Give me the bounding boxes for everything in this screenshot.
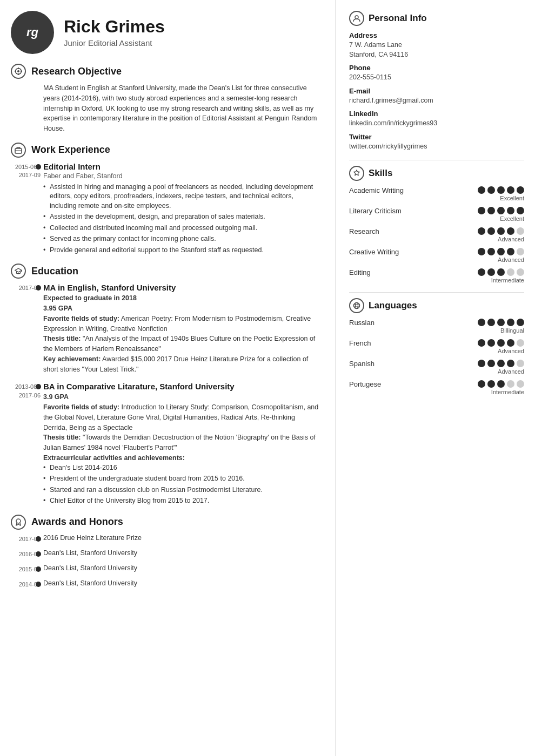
candidate-title: Junior Editorial Assistant <box>64 38 165 48</box>
dots-row <box>478 360 524 367</box>
dot <box>478 207 485 214</box>
lang-name-3: Portugese <box>349 380 381 388</box>
skill-name-0: Academic Writing <box>349 186 404 194</box>
job-company-0: Faber and Faber, Stanford <box>43 172 319 180</box>
dot <box>517 248 524 255</box>
skills-icon <box>349 166 364 181</box>
table-row: 2016-06 Dean's List, Stanford University <box>43 549 319 557</box>
dot <box>487 207 495 214</box>
work-experience-icon <box>11 143 26 158</box>
phone-label: Phone <box>349 64 524 72</box>
work-experience-title: Work Experience <box>31 144 110 156</box>
objective-icon <box>11 64 26 79</box>
list-item: Served as the primary contact for incomi… <box>43 234 319 244</box>
skill-rating-4: Intermediate <box>478 268 524 284</box>
timeline-dot <box>36 164 41 170</box>
list-item: Collected and distributed incoming mail … <box>43 224 319 233</box>
languages-section: Languages Russian Billingual <box>349 298 524 395</box>
dot <box>497 227 505 235</box>
dot <box>497 186 505 194</box>
table-row: 2017-09 MA in English, Stanford Universi… <box>43 283 319 374</box>
dot <box>507 207 514 214</box>
dot <box>478 268 485 276</box>
skill-name-2: Research <box>349 227 379 235</box>
languages-title: Languages <box>369 300 417 311</box>
candidate-name: Rick Grimes <box>64 17 165 36</box>
dots-row <box>478 227 524 235</box>
skills-header: Skills <box>349 166 524 181</box>
skill-level-0: Excellent <box>500 195 524 201</box>
dot <box>487 360 495 367</box>
list-item: Dean's List 2014-2016 <box>43 463 319 473</box>
timeline-dot <box>36 536 41 542</box>
education-header: Education <box>11 264 319 279</box>
skill-name-1: Literary Criticism <box>349 207 402 215</box>
dot <box>517 227 524 235</box>
lang-rating-2: Advanced <box>478 360 524 375</box>
right-column: Personal Info Address 7 W. Adams LaneSta… <box>335 0 535 756</box>
dot <box>517 360 524 367</box>
table-row: 2014-06 Dean's List, Stanford University <box>43 579 319 587</box>
dots-row <box>478 268 524 276</box>
education-section: Education 2017-09 MA in English, Stanfor… <box>11 264 319 505</box>
list-item: President of the undergraduate student b… <box>43 474 319 484</box>
dot <box>487 339 495 347</box>
divider <box>349 160 524 160</box>
edu-degree-0: MA in English, Stanford University <box>43 283 319 292</box>
skills-title: Skills <box>369 168 392 179</box>
work-experience-section: Work Experience 2015-06 - 2017-09 Editor… <box>11 143 319 255</box>
lang-level-2: Advanced <box>498 368 524 375</box>
header: rg Rick Grimes Junior Editorial Assistan… <box>11 11 319 54</box>
skill-item: Literary Criticism Excellent <box>349 207 524 222</box>
dot <box>478 227 485 235</box>
svg-point-10 <box>355 16 358 19</box>
dots-row <box>478 380 524 388</box>
address-value: 7 W. Adams LaneStanford, CA 94116 <box>349 40 524 59</box>
education-timeline: 2017-09 MA in English, Stanford Universi… <box>11 283 319 505</box>
language-item: Portugese Intermediate <box>349 380 524 395</box>
dot <box>507 319 514 326</box>
skill-level-3: Advanced <box>498 256 524 263</box>
dots-row <box>478 248 524 255</box>
dot <box>478 380 485 388</box>
lang-level-0: Billingual <box>500 327 524 334</box>
list-item: Chief Editor of the University Blog from… <box>43 496 319 506</box>
education-title: Education <box>31 266 78 277</box>
dot <box>507 380 514 388</box>
table-row: 2017-02 2016 Drue Heinz Literature Prize <box>43 534 319 542</box>
svg-point-1 <box>17 70 19 72</box>
dots-row <box>478 319 524 326</box>
address-label: Address <box>349 31 524 39</box>
skill-rating-3: Advanced <box>478 248 524 263</box>
dot <box>497 380 505 388</box>
table-row: 2015-06 Dean's List, Stanford University <box>43 564 319 572</box>
dot <box>497 360 505 367</box>
skill-item: Academic Writing Excellent <box>349 186 524 201</box>
work-timeline: 2015-06 - 2017-09 Editorial Intern Faber… <box>11 162 319 255</box>
languages-icon <box>349 298 364 313</box>
lang-name-0: Russian <box>349 319 374 327</box>
job-bullets-0: Assisted in hiring and managing a pool o… <box>43 183 319 255</box>
edu-degree-1: BA in Comparative Litarature, Stanford U… <box>43 382 319 391</box>
personal-info-section: Personal Info Address 7 W. Adams LaneSta… <box>349 11 524 151</box>
linkedin-value: linkedin.com/in/rickygrimes93 <box>349 119 524 129</box>
header-text: Rick Grimes Junior Editorial Assistant <box>64 17 165 48</box>
svg-point-12 <box>356 303 358 309</box>
work-experience-header: Work Experience <box>11 143 319 158</box>
skill-level-4: Intermediate <box>491 277 524 284</box>
dot <box>487 186 495 194</box>
dot <box>497 268 505 276</box>
objective-section: Research Objective MA Student in English… <box>11 64 319 134</box>
dot <box>517 186 524 194</box>
personal-info-icon <box>349 11 364 26</box>
lang-rating-1: Advanced <box>478 339 524 354</box>
dot <box>478 319 485 326</box>
linkedin-label: LinkedIn <box>349 110 524 118</box>
lang-name-1: French <box>349 339 371 347</box>
skill-rating-2: Advanced <box>478 227 524 242</box>
dots-row <box>478 339 524 347</box>
lang-level-1: Advanced <box>498 348 524 354</box>
personal-info-header: Personal Info <box>349 11 524 26</box>
list-item: Assisted in the development, design, and… <box>43 212 319 222</box>
dot <box>517 207 524 214</box>
